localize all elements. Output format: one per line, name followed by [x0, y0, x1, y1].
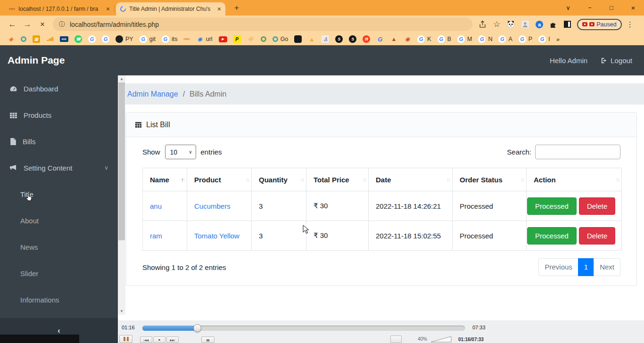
site-info-icon[interactable]: ⓘ	[59, 20, 65, 29]
bookmark-item[interactable]: ◉url	[196, 35, 213, 43]
sidebar-item-slider[interactable]: Slider	[0, 260, 118, 286]
profile-extension-icon[interactable]	[521, 21, 529, 28]
previous-frame-button[interactable]: |◀◀	[140, 336, 152, 343]
bookmark-item[interactable]	[261, 36, 266, 42]
step-pause-button[interactable]: ▮▮	[201, 336, 215, 343]
sidebar-item-setting-content[interactable]: Setting Content ∨	[0, 155, 118, 181]
column-header-order-status[interactable]: Order Status↑↓	[453, 168, 527, 191]
sidebar-item-title[interactable]: Title	[0, 181, 118, 207]
bookmark-item[interactable]: Я	[363, 35, 370, 43]
sidebar-item-news[interactable]: News	[0, 234, 118, 260]
bookmark-item[interactable]: Go	[272, 36, 289, 42]
stop-button[interactable]: ×	[35, 20, 50, 29]
logout-button[interactable]: Logout	[601, 57, 632, 65]
browser-menu-icon[interactable]: ⋮	[627, 20, 634, 29]
bookmark-item[interactable]: ▲	[390, 35, 397, 43]
bookmark-item[interactable]: GA	[498, 35, 512, 43]
back-button[interactable]: ←	[5, 20, 20, 29]
sidebar-item-informations[interactable]: Informations	[0, 286, 118, 313]
customer-name-link[interactable]: anu	[150, 202, 162, 210]
player-option-button[interactable]	[390, 335, 402, 343]
sidebar-item-bills[interactable]: Bills	[0, 128, 118, 155]
bookmark-item[interactable]: ▲	[308, 35, 315, 43]
product-link[interactable]: Cucumbers	[194, 202, 231, 210]
sidebar-item-dashboard[interactable]: Dashboard	[0, 75, 118, 102]
window-close-button[interactable]: ×	[622, 4, 644, 12]
column-header-name[interactable]: Name↑↓	[143, 168, 187, 191]
bookmark-item[interactable]: ▦	[33, 35, 40, 43]
bookmark-item[interactable]: G	[376, 35, 384, 43]
tab-close-icon[interactable]: ×	[217, 5, 221, 13]
processed-button[interactable]: Processed	[527, 197, 577, 215]
address-bar[interactable]: ⓘ localhost/farm/admin/titles.php	[53, 17, 472, 31]
bookmark-item[interactable]: S	[349, 35, 356, 43]
browser-tab-phpmyadmin[interactable]: PMA localhost / 127.0.0.1 / farm / bra ×	[5, 2, 114, 16]
bookmark-item[interactable]: GB	[438, 35, 451, 43]
forward-button[interactable]: →	[20, 20, 35, 29]
pagination-page-1[interactable]: 1	[578, 258, 594, 276]
bookmark-item[interactable]: S	[335, 35, 343, 43]
bookmark-item[interactable]: GP	[519, 35, 532, 43]
bookmark-item[interactable]: Gits	[162, 35, 178, 43]
seek-thumb[interactable]	[193, 324, 201, 332]
scroll-up-icon[interactable]: ▲	[118, 77, 125, 81]
new-tab-button[interactable]: +	[232, 3, 241, 13]
bookmark-item[interactable]: ✇	[247, 35, 255, 43]
a-extension-icon[interactable]: a	[536, 21, 543, 28]
search-input[interactable]	[535, 145, 620, 159]
sidebar-item-products[interactable]: Products	[0, 102, 118, 128]
share-icon[interactable]	[479, 20, 487, 28]
bookmark-item[interactable]: Ggit	[140, 35, 156, 43]
bookmark-item[interactable]: ♙	[322, 35, 329, 43]
bookmark-item[interactable]	[21, 36, 26, 42]
volume-wedge-icon[interactable]	[431, 336, 452, 343]
paused-extension-button[interactable]: Paused	[577, 19, 621, 30]
bookmark-item[interactable]: GN	[478, 35, 492, 43]
bookmark-item[interactable]: PY	[116, 35, 133, 43]
bookmark-item[interactable]: ▂▅█	[46, 35, 54, 43]
sidebar-item-about[interactable]: About	[0, 207, 118, 234]
bookmark-star-icon[interactable]: ☆	[493, 19, 500, 29]
vertical-scrollbar[interactable]: ▲ ▼	[118, 75, 125, 315]
seek-bar[interactable]	[142, 326, 465, 331]
browser-tab-title-admin[interactable]: Title Admin | Administrator Chu's ×	[116, 2, 225, 16]
side-panel-icon[interactable]	[564, 21, 571, 28]
bookmark-item[interactable]: ☎	[74, 35, 82, 43]
delete-button[interactable]: Delete	[579, 197, 615, 215]
scrollbar-thumb[interactable]	[118, 82, 125, 240]
scroll-down-icon[interactable]: ▼	[118, 309, 125, 313]
bookmark-item[interactable]: ▶	[219, 36, 227, 42]
bookmark-item[interactable]: ◆	[7, 35, 15, 43]
column-header-product[interactable]: Product↑↓	[187, 168, 252, 191]
breadcrumb-link[interactable]: Admin Manage	[127, 90, 178, 98]
pagination-next[interactable]: Next	[594, 258, 620, 276]
bookmark-item[interactable]: PMA	[183, 35, 190, 43]
next-frame-button[interactable]: ▶▶|	[166, 336, 179, 343]
stop-playback-button[interactable]: ■	[153, 336, 165, 343]
bookmark-item[interactable]: G	[88, 35, 96, 43]
delete-button[interactable]: Delete	[579, 227, 615, 245]
page-size-select[interactable]: 10 ∨	[165, 145, 196, 159]
bookmark-item[interactable]: IEEE	[60, 36, 68, 42]
column-header-quantity[interactable]: Quantity↑↓	[252, 168, 306, 191]
column-header-date[interactable]: Date↑↓	[369, 168, 453, 191]
extensions-puzzle-icon[interactable]	[550, 21, 557, 28]
column-header-total-price[interactable]: Total Price↑↓	[306, 168, 369, 191]
panda-extension-icon[interactable]	[507, 20, 515, 28]
customer-name-link[interactable]: ram	[150, 232, 162, 240]
bookmark-item[interactable]: G	[102, 35, 109, 43]
tab-close-icon[interactable]: ×	[106, 5, 110, 13]
bookmark-item[interactable]	[294, 35, 302, 43]
bookmark-item[interactable]: GI	[538, 35, 550, 43]
bookmark-item[interactable]: P	[233, 35, 241, 43]
maximize-button[interactable]: □	[601, 4, 622, 11]
pagination-previous[interactable]: Previous	[538, 258, 578, 276]
bookmark-item[interactable]: ◉	[404, 35, 411, 43]
product-link[interactable]: Tomato Yellow	[194, 232, 239, 240]
pause-button[interactable]	[119, 335, 132, 343]
bookmarks-overflow[interactable]: »	[556, 35, 560, 43]
bookmark-item[interactable]: GK	[417, 35, 431, 43]
tab-search-icon[interactable]: ∨	[557, 4, 579, 11]
column-header-action[interactable]: Action↑↓	[527, 168, 622, 191]
processed-button[interactable]: Processed	[527, 227, 577, 245]
